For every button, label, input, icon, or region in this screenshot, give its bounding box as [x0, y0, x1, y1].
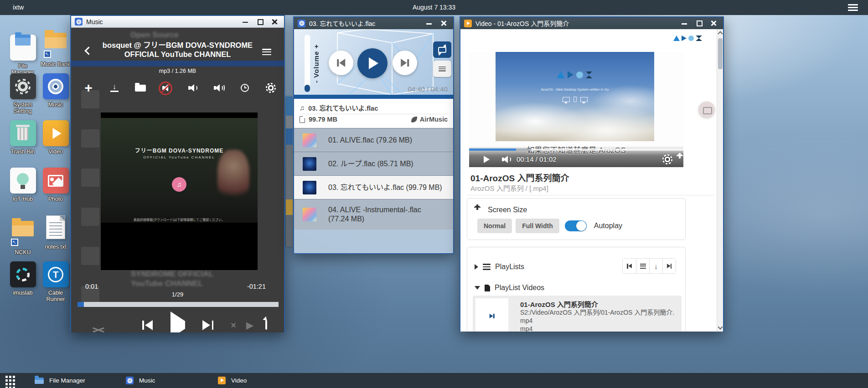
- desktop-icon-video[interactable]: Video: [39, 120, 72, 155]
- file-manager-icon: [10, 35, 36, 61]
- track-row-current[interactable]: 03. 忘れてもいいよ.flac (99.79 MB): [294, 175, 453, 199]
- desktop-icon-ncku[interactable]: ↖ NCKU: [6, 214, 39, 255]
- skip-to-last-button[interactable]: [662, 259, 676, 273]
- next-button[interactable]: [202, 320, 213, 331]
- playlists-section-toggle[interactable]: PlayLists: [475, 263, 524, 271]
- mute-button[interactable]: [158, 80, 176, 96]
- window-scrollbar[interactable]: [717, 29, 723, 332]
- desktop-icon-system-setting[interactable]: System Setting: [6, 73, 39, 114]
- desktop-icon-notes-txt[interactable]: notes.txt: [39, 214, 72, 250]
- minimize-button[interactable]: [678, 19, 690, 27]
- scroll-up-arrow[interactable]: [718, 31, 723, 36]
- next-track-button[interactable]: [393, 51, 417, 75]
- download-button[interactable]: ↓: [649, 259, 662, 273]
- close-button[interactable]: [708, 19, 719, 27]
- float-window-button[interactable]: [698, 102, 715, 118]
- repeat-button[interactable]: [265, 321, 267, 329]
- music-menu-icon[interactable]: [262, 49, 271, 55]
- maximize-button[interactable]: [254, 18, 266, 26]
- mute-indicator-icon: [159, 82, 172, 95]
- desktop-icon-iot-hub[interactable]: IoT Hub: [6, 168, 39, 202]
- desktop-icon-imuslab[interactable]: imuslab: [6, 261, 39, 296]
- desktop-icon-label: NCKU: [6, 249, 39, 255]
- playlist-video-item[interactable]: 01-ArozOS 入門系列簡介 S2:/Video/ArozOS 入門系列/0…: [473, 296, 682, 332]
- flac-window-footer: [294, 230, 453, 253]
- volume-up-button[interactable]: [210, 80, 228, 96]
- play-icon: [43, 120, 69, 146]
- volume-down-button[interactable]: [184, 80, 202, 96]
- album-art: [303, 208, 316, 221]
- cable-runner-icon: T: [43, 261, 69, 287]
- desktop-icon-photo[interactable]: Photo: [39, 168, 72, 202]
- desktop-icon-trash-bin[interactable]: Trash Bin: [6, 120, 39, 155]
- play-button[interactable]: [170, 321, 185, 329]
- fullscreen-button[interactable]: [680, 155, 688, 163]
- screen-size-card: Screen Size Normal Full Width Autoplay: [467, 198, 686, 240]
- maximize-button[interactable]: [693, 19, 705, 27]
- loop-button[interactable]: [433, 41, 451, 58]
- previous-button[interactable]: [142, 320, 153, 331]
- video-player[interactable]: ArozOS - Web Desktop System written in G…: [469, 52, 683, 167]
- video-controls: 00:14 / 01:02: [469, 152, 683, 167]
- play-button[interactable]: [484, 156, 490, 163]
- previous-track-button[interactable]: [329, 51, 353, 75]
- flac-progress-bar[interactable]: [294, 95, 453, 99]
- desktop-icon-label: Video: [39, 148, 72, 155]
- video-seek-bar[interactable]: [469, 148, 683, 151]
- download-button[interactable]: ↓: [105, 80, 124, 96]
- skip-to-first-button[interactable]: [623, 259, 636, 273]
- volume-slider[interactable]: [305, 35, 310, 92]
- volume-button[interactable]: [502, 156, 512, 163]
- shortcut-arrow-icon: ↖: [44, 51, 51, 58]
- music-window-body: Open Source SYNDROME OFFICIAL YouTube CH…: [71, 28, 284, 332]
- video-window-titlebar[interactable]: Video - 01-ArozOS 入門系列簡介: [460, 17, 723, 29]
- background-ghost-text: SYNDROME OFFICIAL YouTube CHANNEL: [131, 269, 236, 288]
- airmusic-window-titlebar[interactable]: 03. 忘れてもいいよ.flac: [294, 17, 453, 29]
- close-button[interactable]: [269, 18, 280, 26]
- settings-gear-icon[interactable]: [662, 154, 672, 164]
- album-art: [303, 133, 316, 147]
- desktop-icon-label: Photo: [39, 196, 72, 202]
- desktop-icon-music-bank[interactable]: ↖ Music Bank: [39, 26, 72, 67]
- settings-button[interactable]: [262, 80, 280, 96]
- playlist-videos-section-toggle[interactable]: PlayList Videos: [475, 284, 544, 292]
- close-button[interactable]: [438, 19, 450, 27]
- play-pause-button[interactable]: [357, 48, 388, 78]
- music-app-icon: [126, 377, 134, 384]
- taskbar-item-music[interactable]: Music: [121, 373, 160, 388]
- add-button[interactable]: +: [79, 80, 98, 96]
- scroll-down-arrow[interactable]: [718, 324, 723, 329]
- scrollbar-thumb[interactable]: [718, 38, 723, 69]
- normal-size-button[interactable]: Normal: [477, 219, 512, 233]
- taskbar-item-video[interactable]: Video: [213, 373, 251, 388]
- playlist-menu-button[interactable]: [433, 61, 451, 77]
- music-window-titlebar[interactable]: Music: [71, 16, 284, 28]
- top-menu-icon[interactable]: [848, 4, 858, 11]
- video-preview[interactable]: フリーBGM DOVA-SYNDROME OFFICIAL YouTube CH…: [101, 112, 258, 270]
- phone-icon: [574, 97, 577, 102]
- taskbar-item-file-manager[interactable]: File Manager: [30, 373, 90, 388]
- background-selected-row: [71, 61, 284, 66]
- playlist-item-thumbnail: [475, 298, 508, 332]
- arozos-logo-icon: [496, 71, 654, 78]
- desktop-icon-file-manager[interactable]: File Manager: [6, 26, 39, 76]
- now-playing-header: bosquet @ フリーBGM DOVA-SYNDROME OFFICIAL …: [71, 41, 284, 59]
- desktop-icon-cable-runner[interactable]: T Cable Runner: [39, 261, 72, 302]
- playlist-list-button[interactable]: [636, 259, 649, 273]
- seek-bar[interactable]: [78, 302, 279, 307]
- minimize-button[interactable]: [423, 19, 435, 27]
- shortcut-arrow-icon: ↖: [11, 239, 18, 246]
- track-position: 1/29: [71, 291, 284, 298]
- track-row[interactable]: 04. ALIVE -Instrumental-.flac (77.24 MB): [294, 199, 453, 230]
- open-folder-button[interactable]: [131, 80, 150, 96]
- volume-slider-thumb[interactable]: [305, 85, 310, 92]
- track-row[interactable]: 01. ALIVE.flac (79.26 MB): [294, 128, 453, 152]
- full-width-button[interactable]: Full Width: [516, 219, 559, 233]
- minimize-button[interactable]: [239, 18, 251, 26]
- history-button[interactable]: [236, 80, 254, 96]
- app-launcher-icon[interactable]: [5, 376, 15, 388]
- track-row[interactable]: 02. ループ.flac (85.71 MB): [294, 152, 453, 175]
- autoplay-toggle[interactable]: [565, 220, 587, 231]
- music-note-icon: ♫: [300, 104, 305, 112]
- desktop-icon-music[interactable]: Music: [39, 73, 72, 108]
